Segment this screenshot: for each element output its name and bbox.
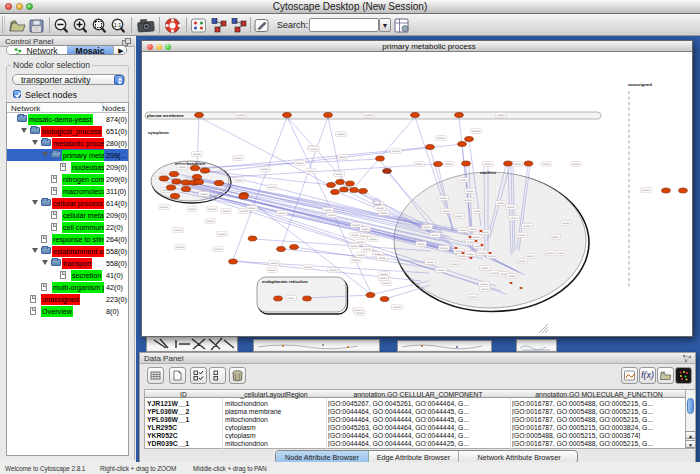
- svg-text:unassigned: unassigned: [628, 82, 652, 87]
- svg-text:1:1: 1:1: [114, 22, 122, 28]
- svg-text:nucleus: nucleus: [480, 170, 497, 175]
- svg-text:endoplasmic reticulum: endoplasmic reticulum: [262, 279, 308, 284]
- svg-text:cytoplasm: cytoplasm: [148, 130, 169, 135]
- svg-text:plasma membrane: plasma membrane: [147, 113, 184, 118]
